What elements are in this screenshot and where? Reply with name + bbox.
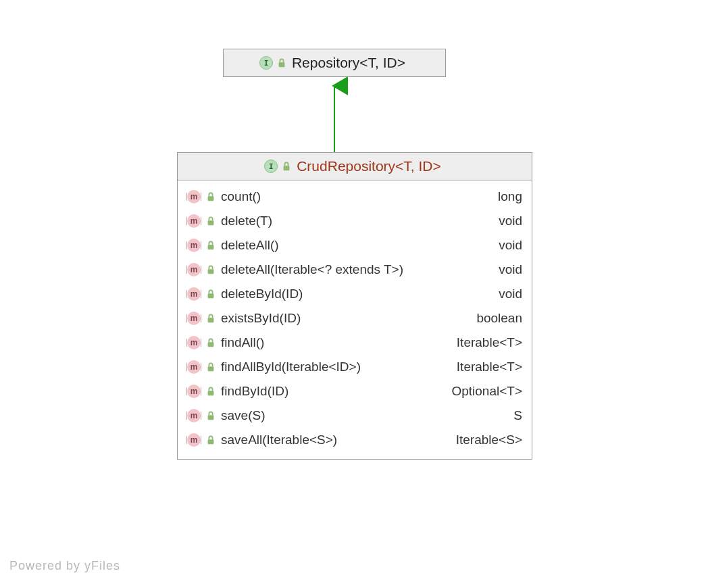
method-icon: m [187,409,201,422]
method-icon: m [187,214,201,228]
method-icon: m [187,239,201,252]
method-row: mcount()long [187,185,522,209]
method-name: findAll() [221,335,264,350]
class-title: Repository<T, ID> [292,55,405,71]
method-list: mcount()longmdelete(T)voidmdeleteAll()vo… [178,180,532,459]
svg-rect-14 [208,439,214,444]
lock-icon [206,362,216,372]
lock-icon [206,241,216,250]
svg-rect-8 [208,293,214,298]
return-type: boolean [476,311,522,326]
svg-rect-4 [208,196,214,201]
method-icon: m [187,312,201,325]
method-row: mdeleteById(ID)void [187,282,522,306]
svg-rect-11 [208,366,214,371]
svg-rect-2 [279,62,285,67]
lock-icon [206,387,216,396]
method-icon: m [187,263,201,276]
method-icon: m [187,287,201,301]
method-icon: m [187,336,201,349]
method-name: deleteAll(Iterable<? extends T>) [221,262,403,277]
interface-icon: I [259,56,273,70]
return-type: S [513,408,522,423]
method-name: findById(ID) [221,384,288,399]
return-type: void [499,262,522,277]
lock-icon [206,265,216,274]
return-type: Optional<T> [451,384,522,399]
svg-rect-6 [208,245,214,249]
lock-icon [282,162,291,171]
svg-rect-13 [208,415,214,420]
method-row: mexistsById(ID)boolean [187,306,522,330]
svg-rect-7 [208,269,214,274]
return-type: Iterable<T> [457,335,522,350]
lock-icon [206,192,216,201]
return-type: void [499,238,522,253]
lock-icon [206,411,216,420]
method-row: mdeleteAll(Iterable<? extends T>)void [187,258,522,282]
class-box-repository: I Repository<T, ID> [223,49,446,77]
class-box-crudrepository: I CrudRepository<T, ID> mcount()longmdel… [177,152,532,460]
method-name: count() [221,189,261,204]
class-header: I Repository<T, ID> [224,49,445,76]
lock-icon [206,338,216,347]
svg-rect-12 [208,391,214,395]
class-title: CrudRepository<T, ID> [297,158,441,174]
method-icon: m [187,385,201,398]
lock-icon [277,58,286,68]
lock-icon [206,314,216,323]
return-type: Iterable<S> [456,433,522,447]
method-name: saveAll(Iterable<S>) [221,433,337,447]
return-type: void [499,287,522,301]
lock-icon [206,289,216,299]
return-type: long [498,189,522,204]
method-row: mfindAll()Iterable<T> [187,330,522,355]
svg-rect-9 [208,318,214,322]
svg-rect-5 [208,220,214,225]
method-row: mfindAllById(Iterable<ID>)Iterable<T> [187,355,522,379]
method-icon: m [187,360,201,374]
method-name: save(S) [221,408,265,423]
lock-icon [206,216,216,226]
method-name: existsById(ID) [221,311,301,326]
interface-icon: I [264,160,278,173]
class-header: I CrudRepository<T, ID> [178,153,532,180]
return-type: Iterable<T> [457,360,522,374]
return-type: void [499,214,522,228]
method-name: findAllById(Iterable<ID>) [221,360,361,374]
svg-rect-3 [284,166,290,170]
method-icon: m [187,433,201,447]
method-row: mdelete(T)void [187,209,522,233]
svg-rect-10 [208,342,214,347]
footer-text: Powered by yFiles [9,559,120,573]
method-name: delete(T) [221,214,272,228]
method-row: msaveAll(Iterable<S>)Iterable<S> [187,428,522,452]
method-name: deleteById(ID) [221,287,303,301]
method-row: mfindById(ID)Optional<T> [187,379,522,403]
method-row: mdeleteAll()void [187,233,522,258]
lock-icon [206,435,216,445]
method-name: deleteAll() [221,238,279,253]
method-icon: m [187,190,201,203]
method-row: msave(S)S [187,403,522,428]
